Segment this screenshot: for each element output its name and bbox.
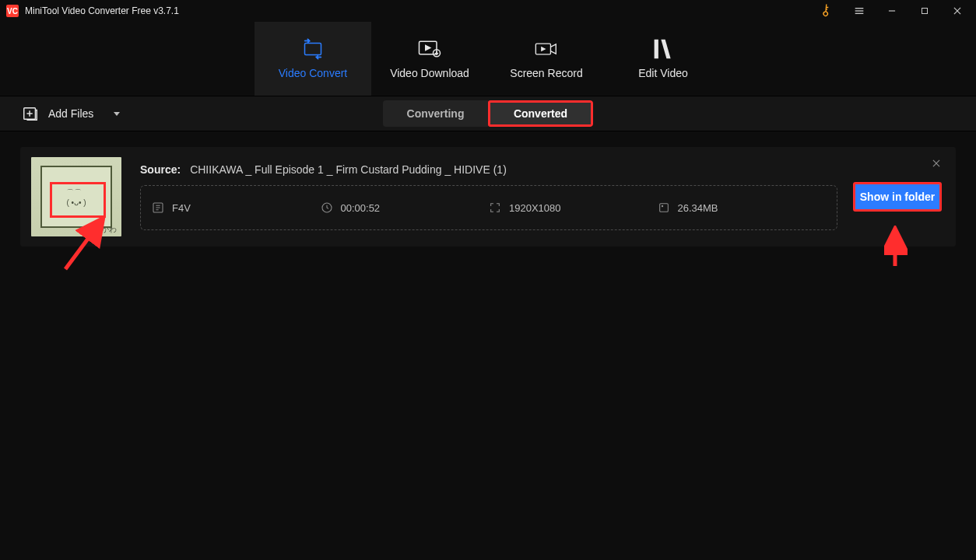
converted-file-row: ⌒⌒( •ᴗ• ) ちいかわ Source: CHIIKAWA _ Full E… (20, 147, 956, 247)
edit-icon (651, 39, 675, 59)
svg-marker-13 (542, 47, 545, 50)
clock-icon (321, 201, 333, 214)
tab-converting[interactable]: Converting (383, 100, 488, 127)
nav-edit-video[interactable]: Edit Video (605, 22, 721, 96)
app-logo: VC (6, 5, 19, 17)
content-area: ⌒⌒( •ᴗ• ) ちいかわ Source: CHIIKAWA _ Full E… (0, 131, 976, 262)
nav-label: Video Download (390, 67, 469, 79)
minimize-icon[interactable] (876, 0, 908, 22)
meta-format-value: F4V (172, 202, 191, 214)
svg-point-0 (823, 11, 829, 17)
thumb-caption: ちいかわ (86, 224, 117, 235)
nav-video-convert[interactable]: Video Convert (255, 22, 371, 96)
window-controls (811, 0, 973, 22)
maximize-icon[interactable] (909, 0, 940, 22)
download-icon (418, 39, 441, 59)
menu-icon[interactable] (844, 0, 875, 22)
convert-icon (301, 39, 325, 59)
secondary-toolbar: Add Files Converting Converted (0, 96, 976, 131)
svg-rect-19 (659, 204, 668, 212)
add-files-icon (22, 105, 39, 122)
titlebar: VC MiniTool Video Converter Free v3.7.1 (0, 0, 976, 22)
svg-rect-8 (305, 43, 321, 54)
status-segmented-control: Converting Converted (383, 100, 593, 127)
nav-label: Video Convert (279, 67, 347, 79)
meta-format: F4V (152, 201, 321, 214)
svg-marker-10 (426, 45, 430, 50)
storage-icon (658, 201, 670, 214)
record-icon (535, 39, 558, 59)
add-files-button[interactable]: Add Files (22, 105, 121, 122)
svg-rect-5 (922, 9, 928, 14)
close-icon[interactable] (942, 0, 973, 22)
nav-label: Edit Video (638, 67, 688, 79)
format-icon (152, 201, 164, 214)
app-title: MiniTool Video Converter Free v3.7.1 (25, 5, 179, 16)
meta-resolution: 1920X1080 (489, 201, 658, 214)
add-files-label: Add Files (48, 107, 93, 120)
nav-screen-record[interactable]: Screen Record (488, 22, 605, 96)
file-properties-box: F4V 00:00:52 (140, 185, 837, 230)
meta-duration-value: 00:00:52 (341, 202, 381, 214)
show-in-folder-button[interactable]: Show in folder (853, 182, 942, 212)
meta-size: 26.34MB (658, 201, 827, 214)
premium-key-icon[interactable] (811, 0, 842, 22)
nav-video-download[interactable]: Video Download (371, 22, 488, 96)
remove-file-icon[interactable] (931, 158, 942, 169)
source-label: Source: (140, 163, 181, 176)
meta-duration: 00:00:52 (321, 201, 490, 214)
source-filename: CHIIKAWA _ Full Episode 1 _ Firm Custard… (190, 163, 507, 176)
main-nav: Video Convert Video Download Screen Reco… (0, 22, 976, 96)
nav-label: Screen Record (510, 67, 582, 79)
meta-resolution-value: 1920X1080 (509, 202, 561, 214)
file-thumbnail[interactable]: ⌒⌒( •ᴗ• ) ちいかわ (31, 157, 121, 236)
file-meta: Source: CHIIKAWA _ Full Episode 1 _ Firm… (140, 147, 837, 247)
svg-point-20 (662, 205, 662, 206)
meta-size-value: 26.34MB (678, 202, 718, 214)
chevron-down-icon[interactable] (103, 109, 121, 118)
expand-icon (489, 201, 501, 214)
tab-converted[interactable]: Converted (488, 100, 593, 127)
